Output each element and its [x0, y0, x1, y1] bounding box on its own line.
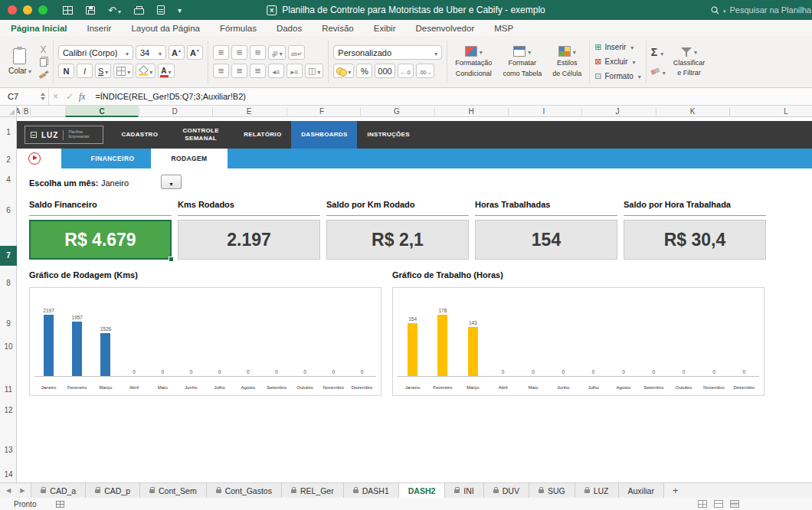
zoom-button[interactable]: [38, 5, 47, 15]
minimize-button[interactable]: [23, 5, 32, 15]
previous-sheet-icon[interactable]: [6, 487, 11, 494]
page-layout-view-icon[interactable]: [714, 500, 723, 508]
document-icon[interactable]: [157, 5, 165, 15]
row-header-2[interactable]: 2: [0, 155, 17, 164]
merge-center-button[interactable]: [305, 64, 323, 78]
nav-item-dashboards[interactable]: DASHBOARDS: [291, 121, 357, 149]
increase-decimal-button[interactable]: [398, 64, 414, 78]
column-header-d[interactable]: D: [172, 106, 177, 117]
italic-button[interactable]: I: [77, 64, 93, 78]
row-header-14[interactable]: 14: [0, 470, 17, 479]
sheet-tab-duv[interactable]: DUV: [484, 483, 529, 498]
cell-styles-button[interactable]: Estilos de Célula: [549, 45, 584, 77]
align-center-button[interactable]: [231, 64, 247, 78]
ribbon-tab-inserir[interactable]: Inserir: [87, 24, 112, 33]
align-middle-button[interactable]: [231, 45, 247, 60]
ribbon-tab-dados[interactable]: Dados: [277, 24, 302, 33]
cut-icon[interactable]: [39, 45, 47, 54]
align-right-button[interactable]: [250, 64, 266, 78]
formula-input[interactable]: =ÍNDICE(REL_Ger!D5:Q7;3;Auxiliar!B2): [95, 92, 246, 101]
sheet-tab-cad-p[interactable]: CAD_p: [86, 483, 140, 498]
kpi-value-cell[interactable]: 154: [475, 220, 617, 260]
copy-icon[interactable]: [40, 58, 47, 67]
conditional-formatting-button[interactable]: Formatação Condicional: [452, 45, 495, 77]
row-header-7[interactable]: 7: [0, 246, 17, 266]
decrease-font-button[interactable]: [187, 45, 203, 60]
format-as-table-button[interactable]: Formatar como Tabela: [499, 45, 545, 77]
nav-item-relatorio[interactable]: RELATÓRIO: [234, 121, 291, 149]
save-icon[interactable]: [86, 6, 95, 15]
add-sheet-button[interactable]: +: [664, 483, 687, 498]
sheet-tab-auxiliar[interactable]: Auxiliar: [619, 483, 664, 498]
font-color-button[interactable]: [158, 64, 174, 78]
sheet-tab-sug[interactable]: SUG: [529, 483, 575, 498]
row-header-8[interactable]: 8: [0, 279, 17, 287]
selection-fill-handle[interactable]: [169, 257, 174, 262]
decrease-decimal-button[interactable]: [416, 64, 435, 78]
percent-format-button[interactable]: %: [356, 64, 372, 78]
insert-cells-button[interactable]: ⊞Inserir: [594, 41, 640, 54]
column-header-i[interactable]: I: [543, 106, 545, 117]
kpi-value-cell[interactable]: 2.197: [178, 220, 320, 260]
align-bottom-button[interactable]: [250, 45, 266, 60]
align-top-button[interactable]: [213, 45, 229, 60]
text-orientation-button[interactable]: [268, 45, 286, 60]
dashboard-tab-rodagem[interactable]: RODAGEM: [151, 149, 228, 168]
nav-item-instrucoes[interactable]: INSTRUÇÕES: [357, 121, 419, 149]
sort-filter-button[interactable]: Classificar e Filtrar: [670, 46, 709, 77]
row-header-11[interactable]: 11: [0, 385, 17, 394]
sheet-tab-cont-gastos[interactable]: Cont_Gastos: [207, 483, 282, 498]
cancel-entry-icon[interactable]: [53, 91, 58, 102]
sheet-tab-ini[interactable]: INI: [445, 483, 483, 498]
thousands-format-button[interactable]: 000: [375, 64, 395, 78]
column-header-f[interactable]: F: [319, 106, 324, 117]
clear-button[interactable]: [651, 64, 666, 78]
number-format-select[interactable]: Personalizado: [333, 45, 442, 60]
paste-button[interactable]: Colar: [5, 47, 34, 77]
underline-button[interactable]: S: [95, 64, 111, 78]
column-header-h[interactable]: H: [468, 106, 473, 117]
undo-button[interactable]: ↶: [108, 5, 121, 15]
increase-indent-button[interactable]: [286, 64, 303, 78]
row-header-10[interactable]: 10: [0, 342, 17, 351]
kpi-value-cell[interactable]: R$ 30,4: [624, 220, 766, 260]
autosum-button[interactable]: Σ: [651, 45, 666, 59]
row-header-4[interactable]: 4: [0, 175, 17, 184]
fill-color-button[interactable]: [136, 64, 156, 78]
ribbon-tab-revisao[interactable]: Revisão: [322, 24, 354, 33]
ribbon-tab-msp[interactable]: MSP: [494, 24, 513, 33]
column-header-j[interactable]: J: [616, 106, 620, 117]
month-dropdown-button[interactable]: [161, 175, 182, 189]
ribbon-tab-layout-da-pagina[interactable]: Layout da Página: [131, 24, 200, 33]
next-sheet-icon[interactable]: [20, 487, 25, 494]
print-icon[interactable]: [134, 8, 144, 15]
sheet-tab-cad-a[interactable]: CAD_a: [31, 483, 86, 498]
ribbon-tab-pagina-inicial[interactable]: Página Inicial: [11, 24, 67, 33]
kpi-value-cell[interactable]: R$ 2,1: [326, 220, 469, 260]
column-header-k[interactable]: K: [690, 106, 696, 117]
sheet-tab-luz[interactable]: LUZ: [575, 483, 619, 498]
page-break-view-icon[interactable]: [730, 500, 739, 508]
ribbon-tab-formulas[interactable]: Fórmulas: [220, 24, 257, 33]
row-header-9[interactable]: 9: [0, 319, 17, 328]
toolbar-more-chevron-icon[interactable]: ▾: [178, 6, 182, 15]
close-button[interactable]: [8, 5, 17, 15]
sheet-tab-rel-ger[interactable]: REL_Ger: [282, 483, 344, 498]
sheet-tab-dash1[interactable]: DASH1: [344, 483, 399, 498]
sheet-tab-dash2[interactable]: DASH2: [399, 483, 446, 498]
font-size-select[interactable]: 34: [136, 45, 166, 60]
nav-item-cadastro[interactable]: CADASTRO: [111, 121, 168, 149]
confirm-entry-icon[interactable]: [66, 91, 74, 102]
row-header-13[interactable]: 13: [0, 446, 17, 454]
row-header-1[interactable]: 1: [0, 128, 17, 136]
name-box[interactable]: C7: [0, 88, 49, 105]
wrap-text-button[interactable]: [288, 45, 306, 60]
normal-view-icon[interactable]: [698, 500, 707, 508]
format-painter-icon[interactable]: [39, 71, 48, 79]
select-all-corner[interactable]: [0, 106, 17, 117]
delete-cells-button[interactable]: ⊠Excluir: [594, 56, 640, 68]
sheet-tab-cont-sem[interactable]: Cont_Sem: [140, 483, 207, 498]
increase-font-button[interactable]: [169, 45, 185, 60]
view-switcher-icon[interactable]: [63, 6, 73, 15]
format-cells-button[interactable]: ⊡Formato: [594, 70, 640, 83]
